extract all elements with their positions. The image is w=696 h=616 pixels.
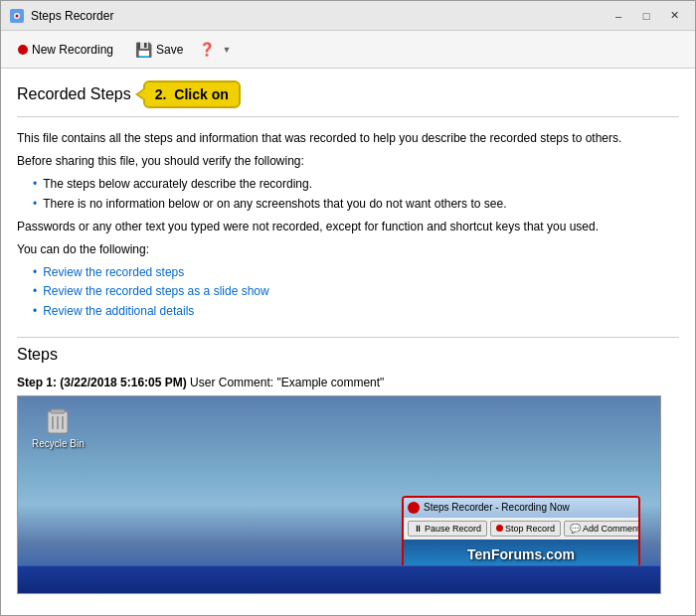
steps-section: Steps Step 1: (3/22/2018 5:16:05 PM) Use…: [1, 338, 695, 594]
pause-record-button[interactable]: ⏸ Pause Record: [408, 521, 487, 537]
step1-comment: User Comment: "Example comment": [190, 376, 384, 389]
step1-label: Step 1: (3/22/2018 5:16:05 PM): [17, 376, 187, 389]
save-label: Save: [156, 43, 183, 57]
add-comment-label: Add Comment: [583, 524, 640, 534]
close-button[interactable]: ✕: [661, 5, 687, 27]
recorded-steps-title: Recorded Steps: [17, 85, 131, 103]
step1-screenshot: Recycle Bin Steps Recorder - Recording N…: [17, 395, 661, 594]
pause-icon: ⏸: [414, 524, 423, 534]
record-dot-icon: [18, 45, 28, 55]
save-icon: 💾: [135, 42, 152, 58]
save-button[interactable]: 💾 Save: [126, 37, 192, 63]
recycle-bin-label: Recycle Bin: [32, 438, 85, 449]
info-bullet2: There is no information below or on any …: [33, 195, 679, 214]
help-icon: ❓: [199, 42, 215, 57]
header-row: Recorded Steps Click on: [1, 69, 695, 116]
steps-title: Steps: [17, 346, 679, 364]
new-recording-label: New Recording: [32, 43, 113, 57]
desktop-background: Recycle Bin Steps Recorder - Recording N…: [18, 396, 660, 593]
svg-point-2: [16, 14, 19, 17]
stop-record-button[interactable]: Stop Record: [490, 521, 561, 537]
badge-text: Click on: [174, 86, 228, 102]
review-slideshow-link[interactable]: Review the recorded steps as a slide sho…: [43, 284, 268, 298]
svg-rect-4: [51, 409, 65, 413]
window-controls: – □ ✕: [606, 5, 687, 27]
info-line2: Before sharing this file, you should ver…: [17, 152, 679, 171]
help-dropdown-arrow: ▼: [222, 45, 231, 55]
content-area: Recorded Steps Click on This file contai…: [1, 69, 695, 594]
add-comment-button[interactable]: 💬 Add Comment: [564, 521, 640, 537]
help-button[interactable]: ❓: [196, 39, 218, 61]
link-item-3[interactable]: Review the additional details: [33, 302, 679, 321]
info-list: The steps below accurately describe the …: [33, 175, 679, 213]
recording-toolbar: ⏸ Pause Record Stop Record 💬 Add Comment: [404, 518, 638, 539]
info-line1: This file contains all the steps and inf…: [17, 129, 679, 148]
new-recording-button[interactable]: New Recording: [9, 38, 122, 62]
click-on-badge: Click on: [143, 80, 241, 108]
scroll-container: Recorded Steps Click on This file contai…: [1, 69, 695, 615]
pause-label: Pause Record: [425, 524, 481, 534]
window-title: Steps Recorder: [31, 9, 606, 23]
review-details-link[interactable]: Review the additional details: [43, 304, 194, 318]
stop-dot-icon: [496, 525, 503, 532]
minimize-button[interactable]: –: [606, 5, 631, 27]
recording-title-icon: [408, 502, 420, 514]
link-list: Review the recorded steps Review the rec…: [33, 263, 679, 321]
badge-arrow-inner: [138, 88, 146, 100]
step1-header: Step 1: (3/22/2018 5:16:05 PM) User Comm…: [17, 376, 679, 389]
maximize-button[interactable]: □: [633, 5, 659, 27]
title-bar: Steps Recorder – □ ✕: [1, 1, 695, 31]
recycle-bin: Recycle Bin: [32, 406, 85, 449]
recording-title-bar: Steps Recorder - Recording Now: [404, 498, 638, 518]
info-line3: Passwords or any other text you typed we…: [17, 218, 679, 236]
recycle-bin-icon: [43, 406, 73, 436]
info-line4: You can do the following:: [17, 240, 679, 259]
info-section: This file contains all the steps and inf…: [1, 117, 695, 337]
app-icon: [9, 8, 25, 24]
recording-title-text: Steps Recorder - Recording Now: [424, 502, 570, 513]
toolbar: New Recording 💾 Save ❓ ▼: [1, 31, 695, 69]
comment-icon: 💬: [570, 524, 581, 534]
taskbar: [18, 565, 660, 593]
info-bullet1: The steps below accurately describe the …: [33, 175, 679, 194]
recording-overlay: Steps Recorder - Recording Now ⏸ Pause R…: [402, 496, 640, 571]
review-steps-link[interactable]: Review the recorded steps: [43, 265, 184, 279]
stop-label: Stop Record: [505, 524, 555, 534]
link-item-1[interactable]: Review the recorded steps: [33, 263, 679, 282]
steps-recorder-window: Steps Recorder – □ ✕ New Recording 💾 Sav…: [0, 0, 696, 616]
tenforum-text: TenForums.com: [467, 546, 575, 562]
link-item-2[interactable]: Review the recorded steps as a slide sho…: [33, 282, 679, 301]
